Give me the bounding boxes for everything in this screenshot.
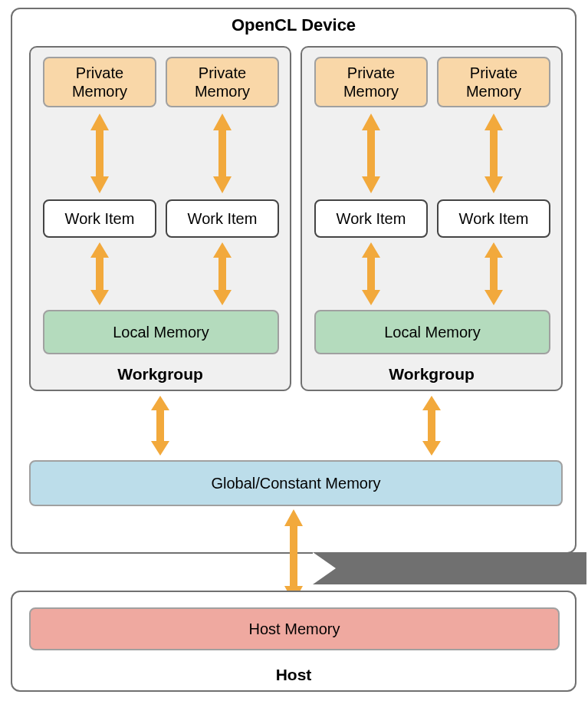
svg-marker-7 <box>485 242 503 305</box>
private-memory-box: PrivateMemory <box>314 57 428 107</box>
double-arrow-icon <box>485 114 503 193</box>
svg-marker-2 <box>90 242 109 305</box>
work-item-box: Work Item <box>166 199 279 238</box>
double-arrow-icon <box>151 396 169 456</box>
double-arrow-icon <box>213 242 232 305</box>
svg-marker-3 <box>213 242 232 305</box>
work-item-box: Work Item <box>437 199 550 238</box>
connector-bar <box>313 552 586 584</box>
opencl-device-container: OpenCL Device PrivateMemory PrivateMemor… <box>11 8 577 554</box>
svg-marker-5 <box>485 114 503 193</box>
double-arrow-icon <box>213 114 232 193</box>
svg-marker-9 <box>422 396 441 456</box>
connector-notch <box>313 552 336 584</box>
double-arrow-icon <box>422 396 441 456</box>
svg-marker-8 <box>151 396 169 456</box>
private-memory-box: PrivateMemory <box>166 57 279 107</box>
local-memory-label: Local Memory <box>113 324 209 341</box>
private-memory-label: PrivateMemory <box>343 64 399 100</box>
work-item-label: Work Item <box>65 210 135 228</box>
global-memory-box: Global/Constant Memory <box>29 460 563 506</box>
private-memory-label: PrivateMemory <box>72 64 127 100</box>
workgroup-label: Workgroup <box>31 365 290 383</box>
private-memory-label: PrivateMemory <box>195 64 250 100</box>
host-label: Host <box>12 666 575 684</box>
global-memory-label: Global/Constant Memory <box>211 475 380 492</box>
svg-marker-10 <box>284 509 303 603</box>
double-arrow-icon <box>362 242 380 305</box>
host-memory-box: Host Memory <box>29 607 560 650</box>
double-arrow-icon <box>362 114 380 193</box>
double-arrow-icon <box>90 242 109 305</box>
local-memory-label: Local Memory <box>384 324 481 341</box>
double-arrow-icon <box>90 114 109 193</box>
double-arrow-icon <box>485 242 503 305</box>
private-memory-label: PrivateMemory <box>466 64 521 100</box>
host-container: Host Memory Host <box>11 591 577 692</box>
private-memory-box: PrivateMemory <box>437 57 550 107</box>
workgroup: PrivateMemory PrivateMemory Work Item Wo… <box>29 46 291 391</box>
double-arrow-icon <box>284 509 303 603</box>
local-memory-box: Local Memory <box>314 310 550 354</box>
work-item-box: Work Item <box>314 199 428 238</box>
workgroup-label: Workgroup <box>302 365 561 383</box>
svg-marker-6 <box>362 242 380 305</box>
host-memory-label: Host Memory <box>249 620 340 638</box>
work-item-box: Work Item <box>43 199 156 238</box>
work-item-label: Work Item <box>459 210 529 228</box>
svg-marker-0 <box>90 114 109 193</box>
workgroup: PrivateMemory PrivateMemory Work Item Wo… <box>301 46 563 391</box>
svg-marker-4 <box>362 114 380 193</box>
private-memory-box: PrivateMemory <box>43 57 156 107</box>
local-memory-box: Local Memory <box>43 310 279 354</box>
svg-marker-1 <box>213 114 232 193</box>
work-item-label: Work Item <box>337 210 406 228</box>
device-title: OpenCL Device <box>12 15 575 35</box>
work-item-label: Work Item <box>188 210 258 228</box>
